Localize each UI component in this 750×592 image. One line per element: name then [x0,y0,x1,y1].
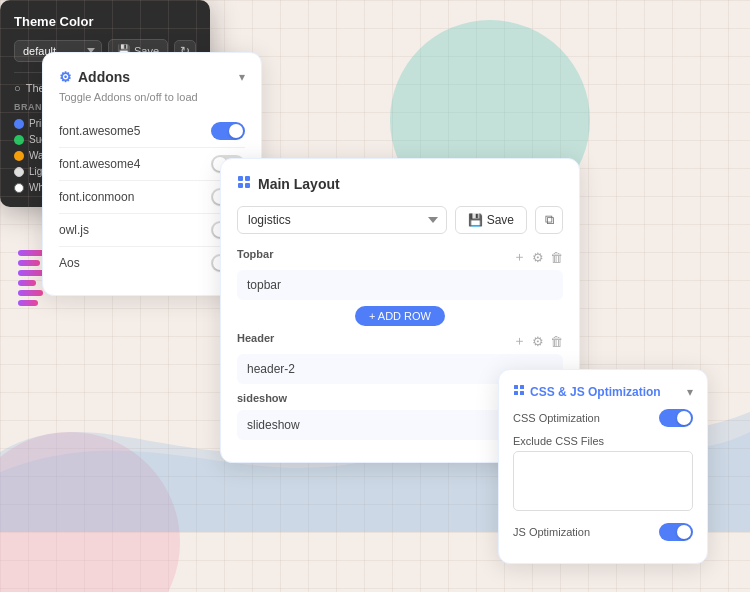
addons-title-text: Addons [78,69,130,85]
topbar-gear-icon[interactable]: ⚙ [532,248,544,266]
svg-rect-7 [520,391,524,395]
svg-rect-3 [245,183,250,188]
main-layout-title: Main Layout [237,175,340,192]
addon-row-aos: Aos [59,247,245,279]
topbar-section-header: Topbar ＋ ⚙ 🗑 [237,248,563,266]
svg-rect-5 [520,385,524,389]
addon-row-fonticonmoon: font.iconmoon [59,181,245,214]
copy-icon: ⧉ [545,212,554,228]
css-opt-label: CSS Optimization [513,412,600,424]
cssjs-title: CSS & JS Optimization [513,384,661,399]
js-opt-toggle[interactable] [659,523,693,541]
add-row-button[interactable]: + ADD ROW [355,306,445,326]
add-row-container: + ADD ROW [237,306,563,326]
header-gear-icon[interactable]: ⚙ [532,332,544,350]
addon-row-fontawesome5: font.awesome5 [59,115,245,148]
header-section-header: Header ＋ ⚙ 🗑 [237,332,563,350]
exclude-css-section: Exclude CSS Files [513,435,693,523]
layout-controls: logistics 💾 Save ⧉ [237,206,563,234]
addons-chevron-icon[interactable]: ▾ [239,70,245,84]
svg-rect-1 [245,176,250,181]
svg-rect-6 [514,391,518,395]
addons-subtitle: Toggle Addons on/off to load [59,91,245,103]
css-optimization-row: CSS Optimization [513,409,693,427]
topbar-section-label: Topbar [237,248,273,260]
topbar-section: Topbar ＋ ⚙ 🗑 topbar + ADD ROW [237,248,563,326]
cssjs-chevron-icon[interactable]: ▾ [687,385,693,399]
addon-row-fontawesome4: font.awesome4 [59,148,245,181]
addon-row-owljs: owl.js [59,214,245,247]
topbar-row: topbar [237,270,563,300]
save-icon: 💾 [468,213,483,227]
topbar-row-content: topbar [247,278,281,292]
addon-name-fontawesome4: font.awesome4 [59,157,140,171]
header-row-content: header-2 [247,362,295,376]
exclude-css-label: Exclude CSS Files [513,435,693,447]
css-opt-toggle[interactable] [659,409,693,427]
svg-rect-2 [238,183,243,188]
cssjs-title-text: CSS & JS Optimization [530,385,661,399]
topbar-section-icons: ＋ ⚙ 🗑 [513,248,563,266]
main-layout-header: Main Layout [237,175,563,192]
addons-panel-header: ⚙ Addons ▾ [59,69,245,85]
svg-rect-0 [238,176,243,181]
header-section-label: Header [237,332,274,344]
layout-icon [237,175,251,192]
header-section-icons: ＋ ⚙ 🗑 [513,332,563,350]
addon-name-owljs: owl.js [59,223,89,237]
js-opt-label: JS Optimization [513,526,590,538]
addon-name-aos: Aos [59,256,80,270]
cssjs-icon [513,384,525,399]
layout-copy-button[interactable]: ⧉ [535,206,563,234]
topbar-trash-icon[interactable]: 🗑 [550,248,563,266]
exclude-css-textarea[interactable] [513,451,693,511]
js-optimization-row: JS Optimization [513,523,693,541]
addons-title: ⚙ Addons [59,69,130,85]
layout-save-button[interactable]: 💾 Save [455,206,527,234]
topbar-add-icon[interactable]: ＋ [513,248,526,266]
addons-icon: ⚙ [59,69,72,85]
cssjs-panel: CSS & JS Optimization ▾ CSS Optimization… [498,369,708,564]
svg-rect-4 [514,385,518,389]
header-add-icon[interactable]: ＋ [513,332,526,350]
addon-name-fonticonmoon: font.iconmoon [59,190,134,204]
addon-toggle-fontawesome5[interactable] [211,122,245,140]
sideshow-row-content: slideshow [247,418,300,432]
main-layout-title-text: Main Layout [258,176,340,192]
header-trash-icon[interactable]: 🗑 [550,332,563,350]
layout-select[interactable]: logistics [237,206,447,234]
cssjs-header: CSS & JS Optimization ▾ [513,384,693,399]
addon-name-fontawesome5: font.awesome5 [59,124,140,138]
